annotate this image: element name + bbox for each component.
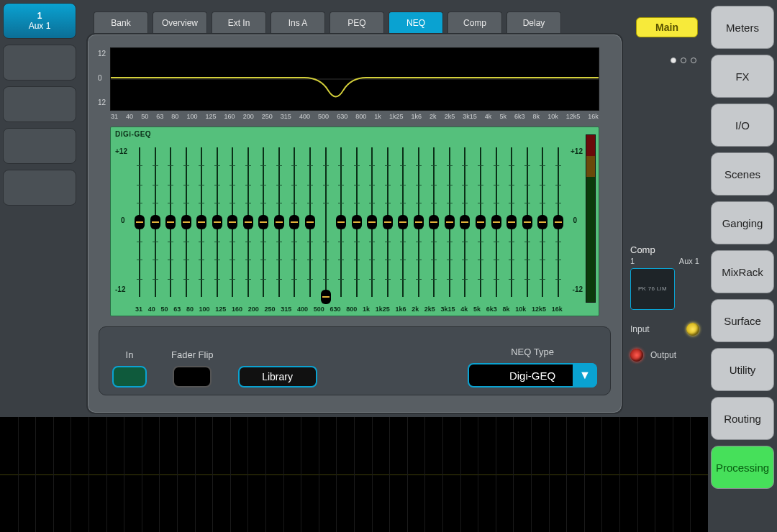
fader-2k[interactable]	[414, 147, 423, 297]
fader-160[interactable]	[244, 147, 253, 297]
library-button[interactable]: Library	[238, 366, 317, 387]
fader-800[interactable]	[353, 147, 361, 297]
tab-bank[interactable]: Bank	[94, 12, 148, 33]
nav-fx[interactable]: FX	[711, 55, 774, 98]
tab-peq[interactable]: PEQ	[330, 12, 384, 33]
geq-band-label: 80	[186, 306, 194, 313]
curve-x-tick: 80	[171, 113, 178, 120]
fader-315[interactable]	[290, 147, 299, 297]
fader-8k[interactable]	[507, 147, 516, 297]
nav-processing[interactable]: Processing	[711, 446, 774, 489]
dot-2[interactable]	[681, 58, 686, 63]
left-slot-empty[interactable]	[3, 170, 76, 206]
geq-band-label: 5k	[473, 306, 481, 313]
fader-10k[interactable]	[523, 147, 532, 297]
curve-x-tick: 1k25	[389, 113, 404, 120]
geq-band-label: 1k25	[376, 306, 390, 313]
tab-overview[interactable]: Overview	[153, 12, 207, 33]
curve-x-tick: 50	[141, 113, 148, 120]
fader-16k[interactable]	[554, 147, 563, 297]
fader-250[interactable]	[275, 147, 283, 297]
fader-2k5[interactable]	[430, 147, 438, 297]
geq-band-label: 63	[173, 306, 181, 313]
tab-neq[interactable]: NEQ	[388, 12, 443, 33]
geq-band-label: 500	[314, 306, 324, 313]
curve-x-tick: 5k	[499, 113, 506, 120]
curve-x-tick: 2k5	[445, 113, 455, 120]
geq-band-label: 100	[199, 306, 210, 313]
fader-12k5[interactable]	[538, 147, 547, 297]
geq-band-label: 1k	[363, 306, 370, 313]
fader-63[interactable]	[182, 147, 191, 297]
fader-1k[interactable]	[368, 147, 376, 297]
fader-125[interactable]	[228, 147, 237, 297]
fader-630[interactable]	[337, 147, 345, 297]
curve-x-tick: 31	[111, 113, 118, 120]
fader-200[interactable]	[259, 147, 268, 297]
curve-x-tick: 8k	[533, 113, 540, 120]
dot-3[interactable]	[691, 58, 696, 63]
curve-x-tick: 160	[224, 113, 235, 120]
fader-50[interactable]	[166, 147, 175, 297]
nav-surface[interactable]: Surface	[711, 299, 774, 342]
nav-mixrack[interactable]: MixRack	[711, 250, 774, 293]
main-button[interactable]: Main	[636, 17, 698, 37]
nav-scenes[interactable]: Scenes	[711, 152, 774, 196]
in-toggle[interactable]	[112, 366, 147, 387]
fader-1k6[interactable]	[399, 147, 407, 297]
geq-band-label: 1k6	[395, 306, 406, 313]
fader-flip-toggle[interactable]	[173, 366, 212, 387]
fader-100[interactable]	[213, 147, 222, 297]
left-slot-empty[interactable]	[3, 86, 76, 122]
geq-panel: DiGi-GEQ +12 0 -12 +12 0 -12 31405063801…	[110, 127, 599, 316]
dot-1[interactable]	[671, 58, 676, 63]
response-curve-plot: 12 0 12 31405063801001251602002503154005…	[110, 47, 599, 111]
fader-80[interactable]	[197, 147, 206, 297]
channel-badge[interactable]: 1 Aux 1	[3, 3, 76, 39]
curve-x-tick: 4k	[485, 113, 492, 120]
comp-mini-panel: Comp 1 Aux 1 PK 76 LIM Input Output	[630, 58, 699, 362]
fader-1k25[interactable]	[383, 147, 392, 297]
curve-x-tick: 250	[262, 113, 273, 120]
fader-3k15[interactable]	[445, 147, 454, 297]
page-dots[interactable]	[630, 58, 699, 72]
geq-band-label: 315	[281, 306, 291, 313]
neq-type-select[interactable]: Digi-GEQ ▼	[468, 363, 597, 387]
output-led-icon	[630, 349, 643, 362]
tab-comp[interactable]: Comp	[447, 12, 502, 33]
curve-x-tick: 315	[281, 113, 291, 120]
fader-5k[interactable]	[476, 147, 485, 297]
fader-500[interactable]	[322, 147, 330, 297]
tab-ext-in[interactable]: Ext In	[212, 12, 266, 33]
in-label: In	[126, 349, 134, 360]
nav-meters[interactable]: Meters	[711, 6, 774, 49]
comp-thumbnail[interactable]: PK 76 LIM	[630, 268, 675, 310]
nav-ganging[interactable]: Ganging	[711, 201, 774, 244]
geq-band-label: 8k	[502, 306, 509, 313]
fader-31[interactable]	[135, 147, 144, 297]
geq-title: DiGi-GEQ	[115, 130, 151, 138]
geq-band-label: 12k5	[532, 306, 546, 313]
fader-400[interactable]	[306, 147, 314, 297]
geq-mark: 0	[121, 216, 125, 224]
geq-mark: 0	[573, 216, 577, 224]
curve-x-tick: 1k6	[412, 113, 422, 120]
library-label: Library	[262, 371, 293, 382]
tab-ins-a[interactable]: Ins A	[271, 12, 325, 33]
geq-band-label: 50	[160, 306, 168, 313]
geq-mark: -12	[573, 285, 583, 293]
fader-6k3[interactable]	[492, 147, 501, 297]
tab-delay[interactable]: Delay	[506, 12, 561, 33]
nav-utility[interactable]: Utility	[711, 348, 774, 391]
nav-i-o[interactable]: I/O	[711, 104, 774, 147]
left-slot-empty[interactable]	[3, 128, 76, 164]
neq-controls: In Fader Flip Library NEQ Type Digi-GEQ …	[99, 326, 611, 395]
fader-40[interactable]	[151, 147, 160, 297]
left-slot-empty[interactable]	[3, 45, 76, 81]
fader-4k[interactable]	[460, 147, 469, 297]
curve-x-tick: 2k	[430, 113, 437, 120]
curve-x-tick: 800	[355, 113, 366, 120]
geq-band-label: 16k	[552, 306, 563, 313]
nav-routing[interactable]: Routing	[711, 397, 774, 440]
bottom-overview-strip	[0, 417, 708, 532]
